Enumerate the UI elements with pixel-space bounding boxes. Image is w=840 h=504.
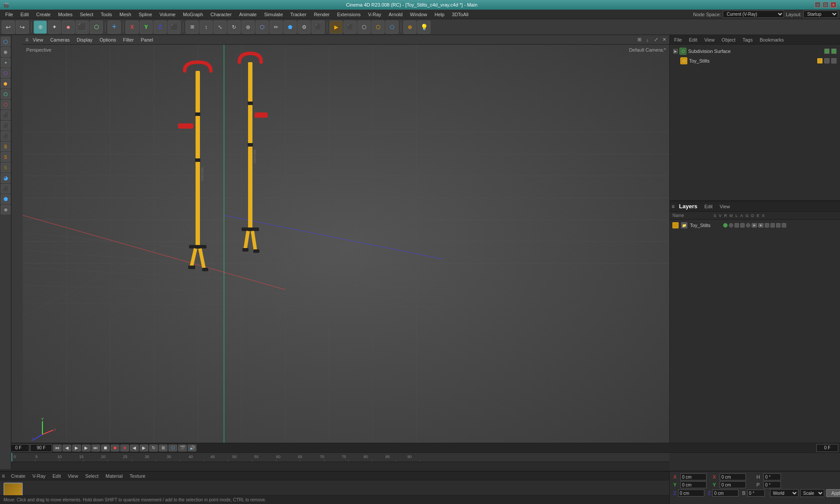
poly-mode-button[interactable]: ⬡ [90,21,103,34]
vp-icon-close[interactable]: ✕ [661,36,668,43]
preview2-button[interactable]: ⬡ [168,444,177,452]
obj-check-4[interactable] [831,58,836,63]
vp-menu-display[interactable]: Display [74,37,95,43]
tool8-button[interactable]: ⬟ [284,21,297,34]
prev-key-button[interactable]: ◀ [130,444,139,452]
tool5-button[interactable]: ⊛ [242,21,255,34]
axis-x-button[interactable]: X [126,21,139,34]
play-start-button[interactable]: ⏮ [53,444,62,452]
minimize-button[interactable]: − [815,2,821,8]
edge-mode-button[interactable]: ⬛ [76,21,89,34]
mat-vray[interactable]: V-Ray [30,473,48,479]
vp-menu-view[interactable]: View [30,37,46,43]
layers-tab-view[interactable]: View [717,203,733,210]
menu-select[interactable]: Select [77,11,97,18]
tool-s3[interactable]: S [1,163,10,172]
vp-menu-icon[interactable]: ≡ [25,37,28,43]
timeline-track[interactable] [11,462,669,471]
point-mode-button[interactable]: ● [62,21,75,34]
mat-texture[interactable]: Texture [127,473,148,479]
mat-material[interactable]: Material [103,473,125,479]
timeline-playhead[interactable] [11,453,12,462]
redo-button[interactable]: ↪ [16,21,29,34]
menu-simulate[interactable]: Simulate [261,11,287,18]
menu-mograph[interactable]: MoGraph [179,11,206,18]
axis-y-button[interactable]: Y [140,21,153,34]
rotate-button[interactable]: ↻ [228,21,241,34]
coord-b-input[interactable] [747,490,765,497]
layer-dot-6[interactable]: ▶ [752,223,757,228]
layer-dot-2[interactable] [729,223,733,228]
axis-square-button[interactable]: ⬛ [168,21,181,34]
tool-camera[interactable]: ⬛ [1,121,10,130]
play-end-button[interactable]: ⏭ [91,444,100,452]
render3-btn[interactable]: ⬡ [357,21,371,34]
layer-dot-3[interactable] [735,223,739,228]
tool-spline[interactable]: ⬟ [1,79,10,88]
render5-btn[interactable]: ⬡ [385,21,399,34]
mat-menu-icon[interactable]: ≡ [2,473,5,479]
tool-tag[interactable]: S [1,142,10,151]
menu-create[interactable]: Create [33,11,54,18]
step-back-button[interactable]: ◀ [63,444,71,452]
obj-tab-file[interactable]: File [672,36,685,43]
tool6-button[interactable]: ⬡ [256,21,269,34]
obj-tab-bookmarks[interactable]: Bookmarks [757,36,786,43]
coord-h-input[interactable] [763,473,781,480]
tool10-button[interactable]: ⬛ [312,21,325,34]
obj-expand-icon[interactable]: ▶ [673,49,678,53]
render-btn[interactable]: ▶ [329,21,343,34]
layer-dot-5[interactable] [746,223,750,228]
tool-misc3[interactable]: ⊕ [1,205,10,214]
layer-dot-11[interactable] [782,223,786,228]
menu-arnold[interactable]: Arnold [385,11,406,18]
menu-character[interactable]: Character [207,11,235,18]
vp-icon-fullscreen[interactable]: ⤢ [652,36,659,43]
obj-check-3[interactable] [824,58,830,63]
move-button[interactable]: ↕ [200,21,213,34]
undo-button[interactable]: ↩ [2,21,15,34]
maximize-button[interactable]: □ [822,2,829,8]
stop-button[interactable]: ⏹ [101,444,110,452]
axis-z-button[interactable]: Z [154,21,167,34]
close-button[interactable]: × [830,2,836,8]
menu-mesh[interactable]: Mesh [116,11,135,18]
snap-btn[interactable]: ⊕ [403,21,416,34]
tool-polygon[interactable]: ⬡ [1,68,10,78]
tool-move[interactable]: ⬡ [1,37,10,46]
menu-modes[interactable]: Modes [55,11,76,18]
render4-btn[interactable]: ⬡ [371,21,385,34]
vp-menu-filter[interactable]: Filter [120,37,136,43]
menu-tools[interactable]: Tools [97,11,116,18]
vp-menu-options[interactable]: Options [97,37,119,43]
layer-dot-4[interactable] [740,223,745,228]
add-button[interactable]: + [108,21,121,34]
obj-tab-view[interactable]: View [702,36,718,43]
menu-volume[interactable]: Volume [156,11,179,18]
render2-btn[interactable]: ⬛ [343,21,357,34]
texture-mode-button[interactable]: ✦ [48,21,61,34]
layer-dot-8[interactable] [765,223,769,228]
tool7-button[interactable]: ✏ [270,21,283,34]
vp-menu-panel[interactable]: Panel [138,37,156,43]
layers-menu-icon[interactable]: ≡ [672,203,675,210]
vp-icon-save[interactable]: ↓ [644,36,651,43]
coord-y-input[interactable] [680,481,707,488]
menu-vray[interactable]: V-Ray [364,11,385,18]
vp-icon-quad[interactable]: ⊞ [636,36,643,43]
menu-render[interactable]: Render [310,11,333,18]
obj-checkbox-2[interactable] [831,49,836,54]
light-btn[interactable]: 💡 [417,21,430,34]
tool-deform[interactable]: ⬡ [1,100,10,109]
mat-edit[interactable]: Edit [50,473,63,479]
menu-file[interactable]: File [2,11,17,18]
coord-y2-input[interactable] [720,481,746,488]
apply-button[interactable]: Apply [826,489,840,497]
tool-s2[interactable]: S [1,152,10,162]
layer-dot-10[interactable] [776,223,780,228]
tool-sculpt[interactable]: ◕ [1,173,10,183]
menu-edit[interactable]: Edit [17,11,32,18]
layers-tab-layers[interactable]: Layers [676,202,700,210]
mat-create[interactable]: Create [8,473,28,479]
tool-scale[interactable]: ✦ [1,58,10,67]
